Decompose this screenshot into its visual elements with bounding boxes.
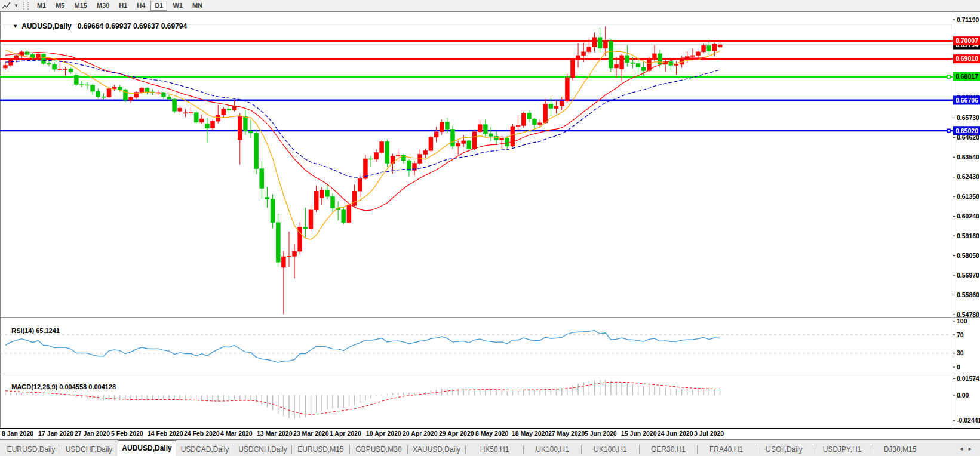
rsi-tick-label: 0 [957,363,960,371]
chart-tab-eurusd-daily[interactable]: EURUSD,Daily [2,443,60,456]
candle-body [462,141,466,144]
candle-body [254,133,259,169]
collapse-triangle-icon[interactable]: ▼ [13,23,18,29]
timeframe-button-m1[interactable]: M1 [33,1,50,11]
main-chart-canvas[interactable]: 0.711900.700800.689700.679200.668400.657… [0,11,980,429]
candle-body [199,119,204,122]
candle-body [36,54,40,58]
tab-scroll-arrows: ◄► [959,446,976,452]
date-label: 24 Feb 2020 [184,430,220,437]
candle-body [227,109,231,110]
candle-body [560,101,564,106]
candle-body [674,64,678,66]
candle-body [107,89,111,97]
candle-body [385,141,389,163]
candle-body [145,88,149,92]
candle-body [281,257,285,267]
chart-tab-usdcad-daily[interactable]: USDCAD,Daily [176,443,234,456]
candle-body [494,136,499,140]
chart-tab-gbpusd-m30[interactable]: GBPUSD,M30 [350,443,407,456]
chart-tab-audusd-daily[interactable]: AUDUSD,Daily [118,440,176,456]
candle-body [472,132,477,149]
price-tick-label: 0.63540 [957,153,979,161]
hline-price-tag-0.68017: 0.68017 [956,73,978,80]
candle-body [249,131,253,133]
timeframe-button-w1[interactable]: W1 [168,1,187,11]
date-label: 23 Mar 2020 [293,430,329,437]
candle-body [538,123,542,125]
date-label: 3 Jul 2020 [694,430,724,437]
timeframe-button-m30[interactable]: M30 [93,1,113,11]
timeframe-button-m15[interactable]: M15 [70,1,91,11]
candle-body [500,138,504,140]
candle-body [712,44,717,51]
chart-tab-uk100-h1[interactable]: UK100,H1 [524,443,581,456]
candle-body [718,45,722,47]
candle-body [352,191,357,205]
date-label: 8 May 2020 [475,430,508,437]
candle-body [570,60,575,78]
chart-tab-usdchf-daily[interactable]: USDCHF,Daily [60,443,118,456]
candle-body [74,75,78,85]
price-tick-label: 0.56970 [957,272,979,279]
chart-tab-usdjpy-h1[interactable]: USDJPY,H1 [813,443,871,456]
candle-body [631,63,635,64]
candle-body [41,54,45,63]
candle-body [429,137,433,151]
candle-body [216,115,220,122]
candle-body [549,104,553,109]
candle-body [161,93,165,97]
chart-tab-eurusd-m15[interactable]: EURUSD,M15 [292,443,349,456]
chart-tab-usdcnh-daily[interactable]: USDCNH,Daily [234,443,291,456]
timeframe-button-h1[interactable]: H1 [115,1,131,11]
candle-body [342,210,346,223]
chevron-down-icon[interactable]: ▼ [14,3,19,8]
chart-tab-hk50-h1[interactable]: HK50,H1 [466,443,523,456]
chart-tab-fra40-h1[interactable]: FRA40,H1 [698,443,755,456]
candle-body [636,63,640,67]
chart-tab-uk100-h1[interactable]: UK100,H1 [582,443,639,456]
date-label: 4 Mar 2020 [220,430,253,437]
timeframe-button-mn[interactable]: MN [188,1,207,11]
candle-body [368,159,373,159]
left-arrow-icon[interactable]: ◄ [959,446,967,452]
price-tick-label: 0.60240 [957,212,979,220]
chart-tab-ger30-h1[interactable]: GER30,H1 [640,443,697,456]
macd-tick-label: -0.024412 [957,417,980,424]
chart-type-icon[interactable] [2,1,14,10]
candle-body [118,87,122,90]
date-label: 5 Jun 2020 [585,430,617,437]
candle-body [391,156,395,163]
candle-body [696,52,701,56]
candle-body [189,113,193,113]
timeframe-button-d1[interactable]: D1 [150,1,167,11]
candle-body [47,63,51,64]
chart-tab-usoil-daily[interactable]: USOil,Daily [755,443,813,456]
right-arrow-icon[interactable]: ► [967,446,976,452]
line-endpoint-marker[interactable] [947,129,950,132]
candle-body [521,113,526,125]
timeframe-button-h4[interactable]: H4 [133,1,149,11]
candle-body [576,56,580,60]
candle-body [456,143,460,146]
candle-body [178,108,182,111]
candle-body [445,122,449,129]
date-label: 27 Jan 2020 [75,430,110,437]
candle-body [140,88,144,93]
date-label: 14 Feb 2020 [148,430,183,437]
candle-body [69,69,73,72]
line-endpoint-marker[interactable] [947,75,950,78]
chart-tab-dj30-m15[interactable]: DJ30,M15 [871,443,929,456]
candle-body [554,106,558,109]
toolbar-grip [23,2,29,10]
timeframe-toolbar: ▼ M1M5M15M30H1H4D1W1MN [0,0,980,12]
chart-tab-xauusd-daily[interactable]: XAUUSD,Daily [408,443,465,456]
price-tick-label: 0.58050 [957,252,979,259]
hline-price-tag-0.70007: 0.70007 [956,37,978,44]
candle-body [194,113,198,122]
ohlc-open: 0.69664 [78,22,103,30]
date-axis[interactable]: 8 Jan 202017 Jan 202027 Jan 20205 Feb 20… [0,429,980,439]
timeframe-button-m5[interactable]: M5 [51,1,69,11]
ohlc-high: 0.69937 [105,22,131,30]
candle-body [222,109,226,115]
